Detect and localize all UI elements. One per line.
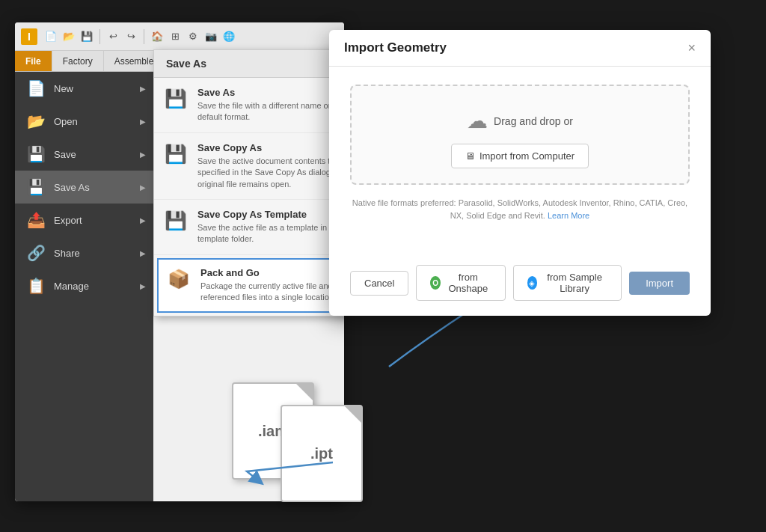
saveas-item-packandgo[interactable]: 📦 Pack and Go Package the currently acti…: [157, 258, 344, 313]
sidebar-item-save[interactable]: 💾 Save ▶: [15, 138, 153, 171]
redo-icon[interactable]: ↪: [123, 29, 138, 44]
native-formats-text: Native file formats preferred: Parasolid…: [352, 198, 687, 220]
globe-icon[interactable]: 🌐: [221, 29, 236, 44]
savecopy-content: Save Copy As Save the active document co…: [197, 142, 344, 190]
manage-sidebar-icon: 📋: [25, 277, 46, 295]
packandgo-title: Pack and Go: [200, 267, 344, 278]
sidebar-item-new[interactable]: 📄 New ▶: [15, 72, 153, 105]
dialog-footer: Cancel O from Onshape ◈ from Sample Libr…: [329, 254, 711, 316]
export-arrow-icon: ▶: [140, 216, 146, 224]
new-file-sidebar-icon: 📄: [25, 79, 46, 97]
new-arrow-icon: ▶: [140, 85, 146, 93]
grid-icon[interactable]: ⊞: [168, 29, 183, 44]
open-arrow-icon: ▶: [140, 117, 146, 126]
sample-library-label: from Sample Library: [542, 272, 607, 294]
saveas-item-savecopy[interactable]: 💾 Save Copy As Save the active document …: [154, 133, 344, 200]
sidebar-item-open[interactable]: 📂 Open ▶: [15, 105, 153, 138]
cloud-upload-icon: ☁: [467, 108, 488, 133]
saveas-arrow-icon: ▶: [140, 183, 146, 192]
template-content: Save Copy As Template Save the active fi…: [197, 209, 344, 245]
sidebar-item-open-label: Open: [54, 116, 78, 127]
dialog-close-button[interactable]: ×: [687, 41, 696, 55]
saveas-saveas-desc: Save the file with a different name or i…: [197, 100, 344, 123]
saveas-sidebar-icon: 💾: [25, 178, 46, 196]
share-arrow-icon: ▶: [140, 249, 146, 257]
monitor-icon: 🖥: [465, 150, 475, 162]
from-sample-library-button[interactable]: ◈ from Sample Library: [513, 265, 622, 301]
sidebar-item-save-label: Save: [54, 149, 76, 160]
packandgo-content: Pack and Go Package the currently active…: [200, 267, 344, 304]
sidebar-item-saveas-label: Save As: [54, 182, 90, 193]
tab-factory[interactable]: Factory: [52, 51, 104, 71]
cancel-button[interactable]: Cancel: [350, 271, 408, 296]
sidebar-item-share[interactable]: 🔗 Share ▶: [15, 236, 153, 269]
save-sidebar-icon: 💾: [25, 145, 46, 163]
tab-file[interactable]: File: [15, 51, 52, 71]
ipt-file-label: .ipt: [310, 445, 333, 462]
export-sidebar-icon: 📤: [25, 211, 46, 229]
import-button[interactable]: Import: [629, 272, 690, 295]
drop-zone-text: ☁ Drag and drop or: [467, 108, 573, 133]
sidebar-item-manage[interactable]: 📋 Manage ▶: [15, 269, 153, 302]
onshape-label: from Onshape: [445, 272, 491, 294]
manage-arrow-icon: ▶: [140, 282, 146, 290]
saveas-item-template[interactable]: 💾 Save Copy As Template Save the active …: [154, 200, 344, 255]
packandgo-icon: 📦: [168, 269, 192, 290]
saveas-item-saveas[interactable]: 💾 Save As Save the file with a different…: [154, 78, 344, 133]
app-logo: I: [21, 28, 37, 45]
dialog-title: Import Geometry: [344, 40, 447, 55]
drag-drop-label: Drag and drop or: [494, 115, 573, 127]
new-file-icon[interactable]: 📄: [43, 29, 58, 44]
open-icon[interactable]: 📂: [61, 29, 76, 44]
saveas-saveas-content: Save As Save the file with a different n…: [197, 87, 344, 123]
sidebar-item-export[interactable]: 📤 Export ▶: [15, 204, 153, 236]
template-desc: Save the active file as a template in th…: [197, 222, 344, 245]
saveas-saveas-icon: 💾: [165, 88, 189, 109]
sidebar-item-saveas[interactable]: 💾 Save As ▶: [15, 171, 153, 204]
dialog-body: ☁ Drag and drop or 🖥 Import from Compute…: [329, 67, 711, 254]
ipt-file-card: .ipt: [281, 405, 363, 502]
drop-zone[interactable]: ☁ Drag and drop or 🖥 Import from Compute…: [350, 85, 690, 185]
sample-library-icon: ◈: [527, 276, 538, 290]
savecopy-title: Save Copy As: [197, 142, 344, 153]
file-illustration: .iam .ipt: [232, 352, 396, 502]
open-sidebar-icon: 📂: [25, 112, 46, 130]
sidebar-item-share-label: Share: [54, 248, 80, 259]
undo-icon[interactable]: ↩: [105, 29, 120, 44]
sidebar-item-export-label: Export: [54, 215, 82, 226]
template-title: Save Copy As Template: [197, 209, 344, 220]
toolbar: I 📄 📂 💾 ↩ ↪ 🏠 ⊞ ⚙ 📷 🌐: [15, 22, 344, 51]
saveas-menu-header: Save As: [154, 50, 344, 78]
import-computer-label: Import from Computer: [479, 150, 574, 162]
sidebar-item-manage-label: Manage: [54, 281, 89, 292]
settings-icon[interactable]: ⚙: [186, 29, 200, 44]
saveas-submenu: Save As 💾 Save As Save the file with a d…: [153, 49, 344, 317]
sidebar-item-new-label: New: [54, 83, 73, 94]
saveas-saveas-title: Save As: [197, 87, 344, 98]
onshape-icon: O: [430, 276, 440, 290]
home-icon[interactable]: 🏠: [150, 29, 165, 44]
import-from-computer-button[interactable]: 🖥 Import from Computer: [451, 144, 589, 168]
template-icon: 💾: [165, 210, 189, 231]
savecopy-icon: 💾: [165, 144, 189, 165]
import-geometry-dialog: Import Geometry × ☁ Drag and drop or 🖥 I…: [329, 30, 711, 316]
dialog-titlebar: Import Geometry ×: [329, 30, 711, 67]
packandgo-desc: Package the currently active file and al…: [200, 281, 344, 304]
share-sidebar-icon: 🔗: [25, 244, 46, 262]
learn-more-link[interactable]: Learn More: [548, 211, 589, 220]
file-sidebar: 📄 New ▶ 📂 Open ▶ 💾 Save ▶ 💾 Save As ▶ 📤 …: [15, 72, 153, 501]
camera-icon[interactable]: 📷: [203, 29, 218, 44]
save-arrow-icon: ▶: [140, 150, 146, 159]
savecopy-desc: Save the active document contents to the…: [197, 156, 344, 190]
save-icon[interactable]: 💾: [79, 29, 94, 44]
native-formats-note: Native file formats preferred: Parasolid…: [350, 197, 690, 221]
from-onshape-button[interactable]: O from Onshape: [416, 265, 505, 301]
